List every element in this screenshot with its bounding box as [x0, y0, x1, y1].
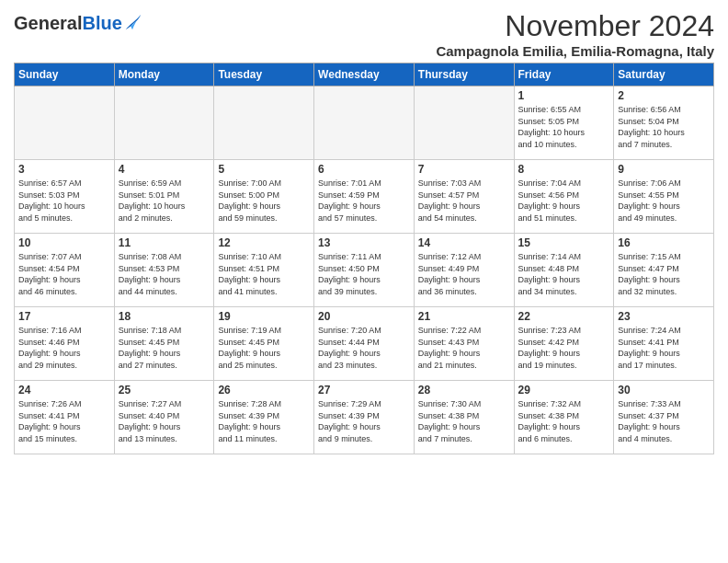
day-info: Sunrise: 7:33 AM Sunset: 4:37 PM Dayligh…: [618, 398, 710, 444]
calendar-day: 13Sunrise: 7:11 AM Sunset: 4:50 PM Dayli…: [314, 234, 415, 307]
day-info: Sunrise: 6:57 AM Sunset: 5:03 PM Dayligh…: [18, 178, 110, 224]
day-number: 5: [218, 163, 310, 176]
calendar-day: 5Sunrise: 7:00 AM Sunset: 5:00 PM Daylig…: [214, 160, 314, 234]
day-info: Sunrise: 7:30 AM Sunset: 4:38 PM Dayligh…: [418, 398, 510, 444]
day-info: Sunrise: 7:24 AM Sunset: 4:41 PM Dayligh…: [618, 325, 710, 371]
day-info: Sunrise: 7:20 AM Sunset: 4:44 PM Dayligh…: [318, 325, 410, 371]
day-info: Sunrise: 6:59 AM Sunset: 5:01 PM Dayligh…: [119, 178, 210, 224]
day-number: 26: [218, 384, 310, 396]
calendar-table: Sunday Monday Tuesday Wednesday Thursday…: [14, 63, 714, 454]
day-info: Sunrise: 7:28 AM Sunset: 4:39 PM Dayligh…: [218, 398, 310, 444]
calendar-day: [414, 86, 514, 160]
calendar-day: [214, 86, 314, 160]
day-number: 22: [518, 310, 610, 323]
col-saturday: Saturday: [614, 63, 714, 86]
day-info: Sunrise: 7:29 AM Sunset: 4:39 PM Dayligh…: [318, 398, 410, 444]
calendar-day: 29Sunrise: 7:32 AM Sunset: 4:38 PM Dayli…: [514, 381, 614, 454]
col-monday: Monday: [114, 63, 214, 86]
calendar-day: 10Sunrise: 7:07 AM Sunset: 4:54 PM Dayli…: [15, 234, 115, 307]
col-wednesday: Wednesday: [314, 63, 415, 86]
page: GeneralBlue November 2024 Campagnola Emi…: [0, 0, 728, 464]
day-number: 3: [18, 163, 110, 176]
day-info: Sunrise: 7:08 AM Sunset: 4:53 PM Dayligh…: [119, 251, 210, 297]
day-number: 25: [119, 384, 210, 396]
day-number: 28: [418, 384, 510, 396]
day-info: Sunrise: 7:23 AM Sunset: 4:42 PM Dayligh…: [518, 325, 610, 371]
calendar-week-5: 24Sunrise: 7:26 AM Sunset: 4:41 PM Dayli…: [15, 381, 714, 454]
day-number: 2: [618, 89, 710, 102]
day-info: Sunrise: 7:04 AM Sunset: 4:56 PM Dayligh…: [518, 178, 610, 224]
day-number: 17: [18, 310, 110, 323]
day-number: 14: [418, 236, 510, 249]
calendar-day: 1Sunrise: 6:55 AM Sunset: 5:05 PM Daylig…: [514, 86, 614, 160]
day-info: Sunrise: 7:15 AM Sunset: 4:47 PM Dayligh…: [618, 251, 710, 297]
calendar-day: 3Sunrise: 6:57 AM Sunset: 5:03 PM Daylig…: [15, 160, 115, 234]
day-number: 29: [518, 384, 610, 396]
calendar-day: 20Sunrise: 7:20 AM Sunset: 4:44 PM Dayli…: [314, 307, 415, 381]
day-info: Sunrise: 6:56 AM Sunset: 5:04 PM Dayligh…: [618, 104, 710, 150]
day-info: Sunrise: 7:14 AM Sunset: 4:48 PM Dayligh…: [518, 251, 610, 297]
title-block: November 2024 Campagnola Emilia, Emilia-…: [436, 9, 714, 59]
calendar-day: 8Sunrise: 7:04 AM Sunset: 4:56 PM Daylig…: [514, 160, 614, 234]
calendar-day: [314, 86, 415, 160]
day-number: 23: [618, 310, 710, 323]
calendar-day: 30Sunrise: 7:33 AM Sunset: 4:37 PM Dayli…: [614, 381, 714, 454]
calendar-day: 7Sunrise: 7:03 AM Sunset: 4:57 PM Daylig…: [414, 160, 514, 234]
day-info: Sunrise: 7:01 AM Sunset: 4:59 PM Dayligh…: [318, 178, 410, 224]
day-info: Sunrise: 7:32 AM Sunset: 4:38 PM Dayligh…: [518, 398, 610, 444]
day-number: 11: [119, 236, 210, 249]
day-number: 1: [518, 89, 610, 102]
day-info: Sunrise: 7:27 AM Sunset: 4:40 PM Dayligh…: [119, 398, 210, 444]
day-number: 6: [318, 163, 410, 176]
day-number: 20: [318, 310, 410, 323]
day-info: Sunrise: 7:19 AM Sunset: 4:45 PM Dayligh…: [218, 325, 310, 371]
location: Campagnola Emilia, Emilia-Romagna, Italy: [436, 43, 714, 59]
calendar-day: 12Sunrise: 7:10 AM Sunset: 4:51 PM Dayli…: [214, 234, 314, 307]
calendar-day: [114, 86, 214, 160]
day-info: Sunrise: 7:03 AM Sunset: 4:57 PM Dayligh…: [418, 178, 510, 224]
calendar-week-3: 10Sunrise: 7:07 AM Sunset: 4:54 PM Dayli…: [15, 234, 714, 307]
col-tuesday: Tuesday: [214, 63, 314, 86]
calendar-day: 4Sunrise: 6:59 AM Sunset: 5:01 PM Daylig…: [114, 160, 214, 234]
calendar-day: 24Sunrise: 7:26 AM Sunset: 4:41 PM Dayli…: [15, 381, 115, 454]
day-info: Sunrise: 7:10 AM Sunset: 4:51 PM Dayligh…: [218, 251, 310, 297]
day-info: Sunrise: 7:18 AM Sunset: 4:45 PM Dayligh…: [119, 325, 210, 371]
day-number: 24: [18, 384, 110, 396]
day-number: 7: [418, 163, 510, 176]
calendar-day: 16Sunrise: 7:15 AM Sunset: 4:47 PM Dayli…: [614, 234, 714, 307]
calendar-week-2: 3Sunrise: 6:57 AM Sunset: 5:03 PM Daylig…: [15, 160, 714, 234]
calendar-week-1: 1Sunrise: 6:55 AM Sunset: 5:05 PM Daylig…: [15, 86, 714, 160]
header: GeneralBlue November 2024 Campagnola Emi…: [14, 9, 714, 59]
calendar-day: 23Sunrise: 7:24 AM Sunset: 4:41 PM Dayli…: [614, 307, 714, 381]
day-number: 9: [618, 163, 710, 176]
calendar-day: 18Sunrise: 7:18 AM Sunset: 4:45 PM Dayli…: [114, 307, 214, 381]
day-number: 8: [518, 163, 610, 176]
calendar-day: 28Sunrise: 7:30 AM Sunset: 4:38 PM Dayli…: [414, 381, 514, 454]
day-info: Sunrise: 7:26 AM Sunset: 4:41 PM Dayligh…: [18, 398, 110, 444]
calendar-day: 27Sunrise: 7:29 AM Sunset: 4:39 PM Dayli…: [314, 381, 415, 454]
day-info: Sunrise: 7:00 AM Sunset: 5:00 PM Dayligh…: [218, 178, 310, 224]
calendar-day: 9Sunrise: 7:06 AM Sunset: 4:55 PM Daylig…: [614, 160, 714, 234]
day-info: Sunrise: 6:55 AM Sunset: 5:05 PM Dayligh…: [518, 104, 610, 150]
day-number: 18: [119, 310, 210, 323]
day-number: 19: [218, 310, 310, 323]
day-number: 27: [318, 384, 410, 396]
col-sunday: Sunday: [15, 63, 115, 86]
day-info: Sunrise: 7:11 AM Sunset: 4:50 PM Dayligh…: [318, 251, 410, 297]
calendar-day: 21Sunrise: 7:22 AM Sunset: 4:43 PM Dayli…: [414, 307, 514, 381]
calendar-day: [15, 86, 115, 160]
calendar-day: 15Sunrise: 7:14 AM Sunset: 4:48 PM Dayli…: [514, 234, 614, 307]
day-info: Sunrise: 7:22 AM Sunset: 4:43 PM Dayligh…: [418, 325, 510, 371]
day-number: 30: [618, 384, 710, 396]
col-thursday: Thursday: [414, 63, 514, 86]
calendar-day: 26Sunrise: 7:28 AM Sunset: 4:39 PM Dayli…: [214, 381, 314, 454]
logo-bird-icon: [124, 13, 141, 33]
day-number: 16: [618, 236, 710, 249]
calendar-day: 14Sunrise: 7:12 AM Sunset: 4:49 PM Dayli…: [414, 234, 514, 307]
calendar-day: 17Sunrise: 7:16 AM Sunset: 4:46 PM Dayli…: [15, 307, 115, 381]
logo-general: GeneralBlue: [14, 13, 122, 33]
day-info: Sunrise: 7:07 AM Sunset: 4:54 PM Dayligh…: [18, 251, 110, 297]
calendar-week-4: 17Sunrise: 7:16 AM Sunset: 4:46 PM Dayli…: [15, 307, 714, 381]
calendar-day: 22Sunrise: 7:23 AM Sunset: 4:42 PM Dayli…: [514, 307, 614, 381]
day-info: Sunrise: 7:12 AM Sunset: 4:49 PM Dayligh…: [418, 251, 510, 297]
